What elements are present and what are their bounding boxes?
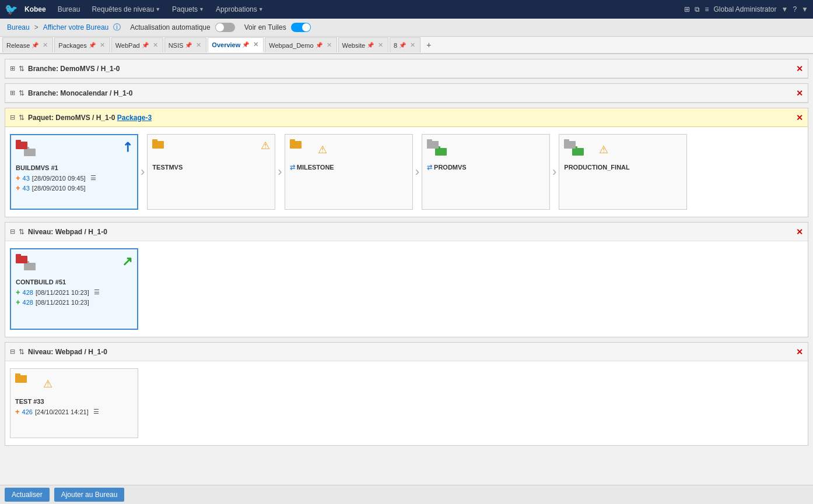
tab-nsis-close[interactable]: ✕ [195, 41, 202, 49]
stage-milestone-header: ⚠ [290, 139, 408, 160]
stage-production-final: ⚠ PRODUCTION_FINAL [559, 134, 687, 210]
section-webpad-1-close[interactable]: ✕ [796, 227, 803, 237]
auto-refresh-label: Actualisation automatique [130, 23, 210, 31]
folder-red-icon-2 [16, 254, 32, 267]
section-package3-move[interactable]: ⇅ [19, 114, 24, 122]
list-icon-426[interactable]: ☰ [93, 408, 99, 415]
tab-packages-pin[interactable]: 📌 [89, 42, 96, 48]
breadcrumb-bureau[interactable]: Bureau [7, 23, 30, 31]
build-line-1: + 43 [28/09/2010 09:45] ☰ [16, 174, 132, 182]
navbar-item-paquets[interactable]: Paquets ▼ [167, 3, 209, 16]
stage-test33-builds: + 426 [24/10/2021 14:21] ☰ [15, 407, 133, 416]
tab-release-pin[interactable]: 📌 [31, 42, 38, 48]
build-link-43-1[interactable]: 43 [23, 175, 30, 182]
tab-nsis-label: NSIS [169, 42, 184, 49]
tab-overview[interactable]: Overview 📌 ✕ [208, 37, 264, 52]
stage-production-final-name: PRODUCTION_FINAL [564, 164, 682, 171]
section-webpad-1: ⊟ ⇅ Niveau: Webpad / H_1-0 ✕ [5, 222, 808, 337]
tab-nsis-pin[interactable]: 📌 [185, 42, 192, 48]
tab-8-label: 8 [394, 42, 397, 49]
tab-8[interactable]: 8 📌 ✕ [390, 37, 420, 52]
plus-icon-2: + [16, 184, 20, 192]
navbar-help[interactable]: ? [793, 5, 797, 13]
navbar-right: ⊞ ⧉ ≡ Global Administrator ▼ ? ▼ [684, 5, 808, 13]
pipeline-arrow-1: › [141, 164, 145, 179]
navbar-icon-grid[interactable]: ⊞ [684, 5, 690, 13]
stage-test33-name: TEST #33 [15, 398, 133, 405]
list-icon-428-1[interactable]: ☰ [94, 288, 100, 296]
navbar-item-requetes[interactable]: Requêtes de niveau ▼ [87, 3, 165, 16]
tab-release-close[interactable]: ✕ [41, 41, 49, 49]
stage-milestone-warning: ⚠ [318, 143, 327, 156]
breadcrumb-help-icon[interactable]: ⓘ [113, 22, 121, 33]
pipeline-arrow-2: › [278, 164, 282, 179]
tab-packages-close[interactable]: ✕ [99, 41, 106, 49]
folder-gray-icon-2 [427, 139, 443, 152]
navbar-item-approbations[interactable]: Approbations ▼ [211, 3, 268, 16]
build-link-428-1[interactable]: 428 [23, 289, 33, 296]
auto-refresh-toggle[interactable] [215, 23, 235, 32]
tab-release[interactable]: Release 📌 ✕ [2, 37, 53, 52]
section-webpad-2-toggle[interactable]: ⊟ [10, 348, 15, 355]
tab-website-pin[interactable]: 📌 [367, 42, 374, 48]
navbar-help-arrow: ▼ [801, 5, 808, 13]
tab-webpad-pin[interactable]: 📌 [142, 42, 149, 48]
build-link-428-2[interactable]: 428 [23, 299, 33, 306]
navbar-icon-sliders[interactable]: ⧉ [695, 5, 700, 13]
navbar-icon-menu[interactable]: ≡ [705, 5, 709, 13]
section-demomvs-header: ⊞ ⇅ Branche: DemoMVS / H_1-0 ✕ [5, 59, 808, 78]
section-monocalendar-toggle[interactable]: ⊞ [10, 89, 15, 97]
tab-release-label: Release [6, 42, 30, 49]
stage-buildmvs-name: BUILDMVS #1 [16, 164, 132, 171]
tab-packages[interactable]: Packages 📌 ✕ [54, 37, 110, 52]
tab-webpad-demo-pin[interactable]: 📌 [316, 42, 323, 48]
section-webpad-1-toggle[interactable]: ⊟ [10, 228, 15, 235]
navbar-item-bureau[interactable]: Bureau [53, 3, 85, 16]
build-line-2: + 43 [28/09/2010 09:45] [16, 184, 132, 192]
section-demomvs-move[interactable]: ⇅ [19, 65, 24, 73]
list-icon-1[interactable]: ☰ [90, 174, 96, 182]
section-webpad-2-title: Niveau: Webpad / H_1-0 [28, 348, 107, 356]
section-demomvs: ⊞ ⇅ Branche: DemoMVS / H_1-0 ✕ [5, 59, 808, 79]
tab-packages-label: Packages [58, 42, 86, 49]
tab-add-button[interactable]: + [422, 38, 436, 52]
approbations-arrow: ▼ [258, 6, 264, 12]
tab-overview-pin[interactable]: 📌 [242, 41, 249, 48]
navbar-user[interactable]: Global Administrator [713, 5, 776, 13]
section-package3-close[interactable]: ✕ [796, 113, 803, 122]
main-content: ⊞ ⇅ Branche: DemoMVS / H_1-0 ✕ ⊞ ⇅ Branc… [0, 54, 813, 482]
tab-website-close[interactable]: ✕ [377, 41, 384, 49]
folder-orange-icon-2 [290, 139, 306, 152]
section-package3: ⊟ ⇅ Paquet: DemoMVS / H_1-0 Package-3 ✕ [5, 108, 808, 217]
stage-buildmvs: ↗ BUILDMVS #1 + 43 [28/09/2010 09:45] ☰ … [10, 134, 138, 210]
section-demomvs-toggle[interactable]: ⊞ [10, 65, 15, 72]
section-webpad-2: ⊟ ⇅ Niveau: Webpad / H_1-0 ✕ ⚠ [5, 342, 808, 446]
section-package3-link[interactable]: Package-3 [117, 114, 152, 122]
tab-webpad[interactable]: WebPad 📌 ✕ [111, 37, 163, 52]
section-package3-toggle[interactable]: ⊟ [10, 114, 15, 121]
section-webpad-2-move[interactable]: ⇅ [19, 348, 24, 356]
section-webpad-2-close[interactable]: ✕ [796, 347, 803, 357]
breadcrumb-afficher[interactable]: Afficher votre Bureau [43, 23, 109, 31]
section-demomvs-close[interactable]: ✕ [796, 64, 803, 73]
section-monocalendar-move[interactable]: ⇅ [19, 89, 24, 97]
section-webpad-1-move[interactable]: ⇅ [19, 228, 24, 236]
tab-nsis[interactable]: NSIS 📌 ✕ [164, 37, 207, 52]
tab-8-pin[interactable]: 📌 [399, 42, 406, 48]
build-link-426[interactable]: 426 [22, 408, 33, 415]
stage-prodmvs-name: ⇄ PRODMVS [427, 164, 545, 171]
build-link-43-2[interactable]: 43 [23, 185, 30, 192]
tab-webpad-demo-close[interactable]: ✕ [325, 41, 333, 49]
tab-8-close[interactable]: ✕ [409, 41, 416, 49]
view-tiles-toggle[interactable] [291, 23, 311, 32]
folder-orange-icon-3 [15, 373, 31, 386]
plus-green-2: + [16, 298, 20, 306]
tab-webpad-close[interactable]: ✕ [152, 41, 159, 49]
milestone-sync-icon: ⇄ [290, 164, 295, 171]
stage-prod-final-warning: ⚠ [599, 143, 608, 156]
tab-webpad-demo[interactable]: Webpad_Demo 📌 ✕ [265, 37, 337, 52]
section-monocalendar-close[interactable]: ✕ [796, 89, 803, 98]
tab-overview-close[interactable]: ✕ [252, 41, 260, 48]
tab-website[interactable]: Website 📌 ✕ [338, 37, 389, 52]
stage-production-final-header: ⚠ [564, 139, 682, 160]
